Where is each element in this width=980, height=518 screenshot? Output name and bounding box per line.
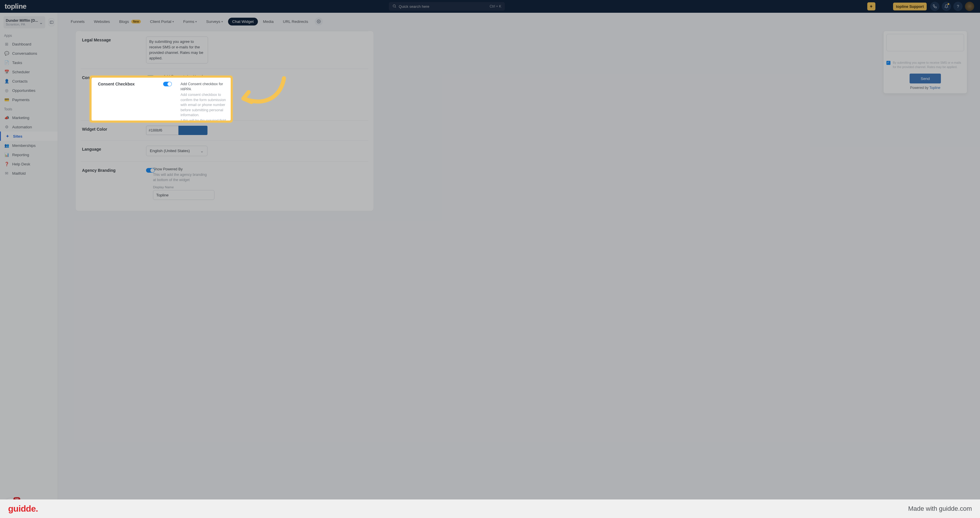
row-legal-message: Legal Message By submitting you agree to… (81, 31, 368, 69)
consent-desc-note-h: * this will be the required field (181, 119, 226, 122)
widget-color-preview[interactable] (178, 126, 207, 135)
tab-forms[interactable]: Forms▾ (179, 17, 201, 25)
branding-desc-title: Show Powered By (153, 167, 208, 172)
sidebar-item-sites[interactable]: ✦Sites (0, 132, 58, 141)
sidebar-item-opportunities[interactable]: ◎Opportunities (0, 86, 58, 95)
sidebar-item-label: Opportunities (12, 88, 35, 93)
card-icon: 💳 (4, 97, 9, 102)
sidebar-item-scheduler[interactable]: 📅Scheduler (0, 67, 58, 76)
sidebar-item-label: Scheduler (12, 70, 30, 74)
sidebar-item-helpdesk[interactable]: ❓Help Desk (0, 159, 58, 168)
doc-icon: 📄 (4, 60, 9, 65)
svg-point-0 (393, 5, 395, 7)
location-switcher[interactable]: Dunder Mifflin [D... Scranton, PA ⌄ (3, 16, 45, 29)
global-search[interactable]: Quick search here Ctrl + K (389, 2, 505, 11)
sidebar-item-label: Automation (12, 125, 32, 129)
sidebar-collapse-button[interactable] (49, 19, 54, 26)
search-placeholder: Quick search here (399, 4, 430, 9)
chevron-down-icon: ⌄ (39, 20, 43, 25)
language-value: English (United States) (150, 149, 190, 153)
display-name-label: Display Name (153, 186, 208, 189)
calendar-icon: 📅 (4, 70, 9, 74)
sidebar-item-label: Help Desk (12, 162, 30, 166)
preview-consent-text: By submitting you agree to receive SMS o… (893, 60, 964, 69)
sidebar-item-automation[interactable]: ⚙Automation (0, 122, 58, 132)
legal-message-textarea[interactable]: By submitting you agree to receive SMS o… (146, 37, 208, 64)
tab-blogs[interactable]: BlogsNew (115, 17, 145, 25)
svg-rect-2 (50, 21, 53, 24)
svg-line-1 (395, 7, 396, 8)
search-icon (392, 4, 396, 9)
sidebar-item-label: Mailfold (12, 171, 26, 176)
consent-label-h: Consent Checkbox (98, 82, 163, 118)
made-with-text: Made with guidde.com (908, 505, 972, 513)
page-tabs: Funnels Websites BlogsNew Client Portal▾… (58, 13, 980, 29)
sidebar-item-reporting[interactable]: 📊Reporting (0, 150, 58, 159)
megaphone-icon: 📣 (4, 115, 9, 120)
chat-widget-preview: By submitting you agree to receive SMS o… (867, 31, 980, 94)
section-apps: Apps (0, 31, 58, 40)
chart-icon: 📊 (4, 153, 9, 157)
avatar[interactable] (965, 2, 974, 11)
sidebar-item-label: Dashboard (12, 42, 31, 46)
sidebar-item-payments[interactable]: 💳Payments (0, 95, 58, 104)
sidebar-item-contacts[interactable]: 👤Contacts (0, 76, 58, 86)
bolt-button[interactable] (867, 2, 875, 10)
sidebar-item-label: Reporting (12, 153, 29, 157)
tab-chat-widget[interactable]: Chat Widget (228, 17, 258, 25)
tab-surveys[interactable]: Surveys▾ (202, 17, 227, 25)
language-select[interactable]: English (United States) ⌄ (146, 146, 207, 156)
tab-media[interactable]: Media (259, 17, 278, 25)
highlight-content: Consent Checkbox Add Consent checkbox fo… (92, 78, 231, 121)
row-language: Language English (United States) ⌄ (81, 140, 368, 162)
site-icon: ✦ (5, 134, 10, 138)
sidebar-item-label: Conversations (12, 51, 37, 56)
tab-client-portal[interactable]: Client Portal▾ (146, 17, 178, 25)
sidebar-item-mailfold[interactable]: ✉Mailfold (0, 168, 58, 178)
svg-point-4 (318, 21, 319, 22)
tab-websites[interactable]: Websites (90, 17, 114, 25)
preview-powered-by: Powered by Topline (886, 86, 964, 90)
chevron-down-icon: ⌄ (200, 149, 204, 153)
search-shortcut: Ctrl + K (490, 4, 501, 8)
sidebar-item-label: Marketing (12, 116, 29, 120)
consent-toggle-h[interactable] (163, 82, 172, 86)
sidebar: Dunder Mifflin [D... Scranton, PA ⌄ Apps… (0, 13, 58, 518)
users-icon: 👥 (4, 143, 9, 148)
preview-message-box (886, 34, 964, 51)
mail-icon: ✉ (4, 171, 9, 176)
sidebar-item-dashboard[interactable]: ⊞Dashboard (0, 40, 58, 49)
row-agency-branding: Agency Branding Show Powered By This wil… (81, 162, 368, 205)
sidebar-item-marketing[interactable]: 📣Marketing (0, 113, 58, 122)
consent-desc-title-h: Add Consent checkbox for HIPPA (181, 82, 226, 92)
preview-consent-checkbox (886, 61, 891, 65)
tab-url-redirects[interactable]: URL Redirects (279, 17, 312, 25)
help-icon[interactable]: ? (953, 2, 963, 11)
question-icon: ❓ (4, 162, 9, 166)
sidebar-item-conversations[interactable]: 💬Conversations (0, 49, 58, 58)
location-name: Dunder Mifflin [D... (6, 19, 38, 22)
bell-icon[interactable] (942, 2, 951, 11)
sidebar-item-label: Payments (12, 98, 30, 102)
chevron-down-icon: ▾ (221, 20, 223, 23)
sidebar-item-label: Contacts (12, 79, 27, 83)
tab-funnels[interactable]: Funnels (67, 17, 89, 25)
user-icon: 👤 (4, 79, 9, 83)
tab-settings-gear[interactable] (315, 17, 323, 25)
chat-icon: 💬 (4, 51, 9, 56)
support-button[interactable]: topline Support (893, 3, 927, 10)
notification-dot (948, 3, 949, 5)
top-bar: topline Quick search here Ctrl + K topli… (0, 0, 980, 13)
phone-icon[interactable] (930, 2, 939, 11)
sidebar-item-tasks[interactable]: 📄Tasks (0, 58, 58, 67)
widget-color-input[interactable] (146, 126, 178, 135)
row-widget-color: Widget Color (81, 121, 368, 140)
agency-branding-toggle[interactable] (146, 168, 155, 173)
agency-branding-label: Agency Branding (81, 167, 146, 173)
preview-consent-row: By submitting you agree to receive SMS o… (886, 60, 964, 69)
sidebar-item-memberships[interactable]: 👥Memberships (0, 141, 58, 150)
display-name-input[interactable] (153, 190, 215, 200)
legal-message-label: Legal Message (81, 37, 146, 42)
preview-send-button: Send (910, 73, 941, 83)
grid-icon: ⊞ (4, 42, 9, 46)
